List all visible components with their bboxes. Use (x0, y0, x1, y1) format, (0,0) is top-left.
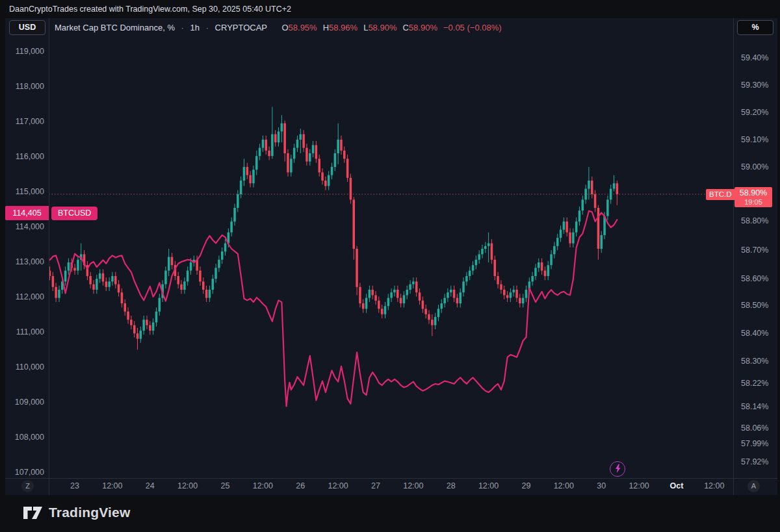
time-axis-label: 12:00 (629, 481, 649, 490)
time-axis-label: 12:00 (554, 481, 574, 490)
attribution-text: DaanCryptoTrades created with TradingVie… (9, 5, 291, 14)
right-axis-border (733, 18, 734, 495)
legend-separator: · (206, 23, 209, 32)
left-axis-label: 110,000 (0, 362, 44, 372)
right-axis-label: 58.80% (741, 216, 768, 226)
timezone-button[interactable]: Z (21, 480, 34, 492)
legend-separator: · (181, 23, 184, 32)
time-axis-label: 23 (70, 481, 79, 490)
right-axis-label: 58.22% (741, 378, 768, 388)
footer-bar: TradingView (0, 495, 780, 532)
time-axis-label: 12:00 (177, 481, 198, 490)
exchange-label: CRYPTOCAP (215, 23, 267, 32)
left-axis-label: 107,000 (0, 467, 44, 477)
left-axis-label: 116,000 (0, 151, 44, 162)
lightning-bolt-icon (612, 463, 623, 474)
left-axis-label: 115,000 (0, 186, 44, 197)
btcd-last-price-value: 58.90% (734, 188, 772, 198)
symbol-legend[interactable]: Market Cap BTC Dominance, % · 1h · CRYPT… (55, 23, 502, 33)
high-value: 58.96% (329, 23, 358, 32)
time-axis-label: 12:00 (704, 481, 724, 490)
low-value: 58.90% (368, 23, 396, 32)
right-axis-label: 59.40% (741, 53, 768, 63)
tradingview-logo[interactable]: TradingView (23, 505, 131, 520)
time-axis-border (5, 478, 777, 479)
time-axis-label: 24 (146, 481, 155, 490)
price-chart-pane[interactable] (49, 18, 733, 478)
interval-label: 1h (190, 23, 200, 32)
right-axis-label: 57.92% (741, 457, 768, 467)
left-axis-label: 114,000 (0, 222, 44, 232)
left-axis-label: 113,000 (0, 257, 44, 267)
time-axis-label: 12:00 (253, 481, 273, 490)
btcd-series-label[interactable]: BTC.D (706, 189, 735, 200)
bar-countdown: 19:05 (734, 198, 772, 207)
close-label: C (402, 23, 408, 32)
time-axis-label: 12:00 (102, 481, 122, 490)
tradingview-mark-icon (23, 506, 43, 520)
high-label: H (323, 23, 329, 32)
left-axis-label: 112,000 (0, 292, 44, 302)
time-axis-label: 12:00 (328, 481, 348, 490)
right-axis-label: 58.40% (741, 328, 768, 338)
left-axis-label: 117,000 (0, 116, 44, 127)
left-axis-label: 108,000 (0, 432, 44, 442)
auto-scale-button[interactable]: A (748, 480, 760, 492)
btcusd-series-label[interactable]: BTCUSD (51, 207, 98, 220)
left-axis-label: 118,000 (0, 81, 44, 92)
close-value: 58.90% (409, 23, 437, 32)
btcusd-last-price-tag: 114,405 (5, 206, 49, 220)
time-axis-label: 29 (521, 481, 530, 490)
btcd-candles (49, 107, 618, 350)
btcusd-line (50, 211, 618, 407)
tradingview-screenshot: DaanCryptoTrades created with TradingVie… (0, 0, 780, 532)
change-value: −0.05 (−0.08%) (443, 23, 502, 32)
symbol-title: Market Cap BTC Dominance, % (55, 23, 175, 32)
ohlc-values: O58.95%H58.96%L58.90%C58.90%−0.05 (−0.08… (276, 23, 501, 32)
right-axis-label: 58.70% (741, 245, 768, 255)
time-axis-label: 27 (371, 481, 380, 490)
left-axis-label: 109,000 (0, 397, 44, 407)
right-axis-label: 57.99% (741, 438, 768, 449)
open-label: O (281, 23, 288, 32)
tradingview-logo-text: TradingView (49, 505, 131, 520)
right-axis-label: 59.20% (741, 107, 768, 118)
instant-order-button[interactable] (610, 461, 625, 477)
attribution-bar: DaanCryptoTrades created with TradingVie… (0, 0, 780, 18)
left-axis-label: 119,000 (0, 46, 44, 57)
right-axis-label: 59.10% (741, 134, 768, 145)
time-axis-label: 12:00 (403, 481, 423, 490)
right-axis-unit-button[interactable]: % (737, 20, 774, 35)
right-axis-label: 58.30% (741, 356, 768, 366)
time-axis-label: 12:00 (478, 481, 499, 490)
right-axis-label: 58.50% (741, 300, 768, 310)
time-axis-label: Oct (670, 481, 683, 490)
left-axis-label: 111,000 (0, 327, 44, 337)
time-axis-label: 26 (296, 481, 305, 490)
right-axis-label: 58.06% (741, 423, 768, 433)
right-axis-label: 58.14% (741, 401, 768, 412)
left-axis-unit-button[interactable]: USD (9, 20, 46, 35)
time-axis-label: 25 (221, 481, 230, 490)
right-axis-label: 59.30% (741, 80, 768, 90)
right-axis-label: 58.60% (741, 273, 768, 284)
btcd-last-price-tag: 58.90% 19:05 (734, 187, 772, 207)
right-axis-label: 59.00% (741, 162, 768, 172)
time-axis-label: 30 (597, 481, 606, 490)
open-value: 58.95% (289, 23, 317, 32)
time-axis-label: 28 (447, 481, 456, 490)
left-axis-border (49, 18, 49, 495)
